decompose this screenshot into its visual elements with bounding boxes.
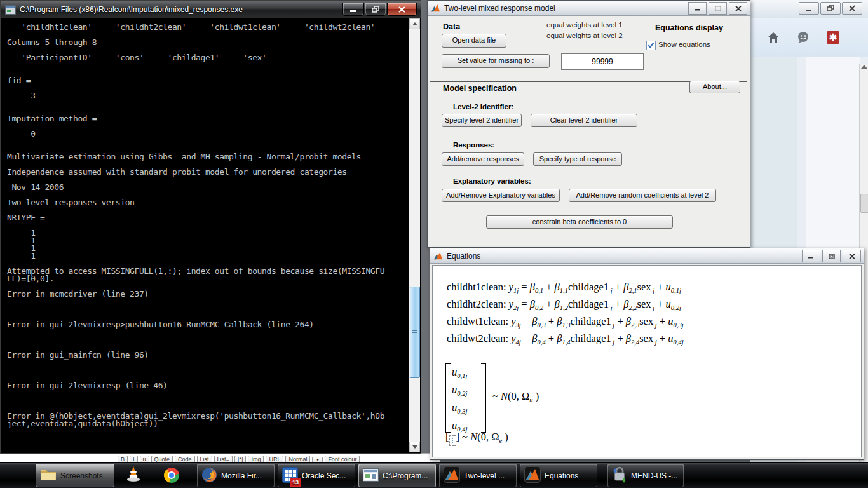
- equation-token: Ω: [522, 390, 529, 402]
- model-dialog-titlebar[interactable]: Two-level mixed response model: [428, 1, 750, 16]
- dialog-maximize-button[interactable]: [709, 2, 727, 15]
- equation-token: ): [502, 431, 508, 443]
- desktop: ✱ BIuQuoteCodeListList=[*]ImgURLNormal▼F…: [0, 0, 868, 488]
- equation-token: y: [511, 332, 515, 344]
- equation-response-label: childwt2clean:: [447, 332, 511, 344]
- add-random-coefficients-button[interactable]: Add/Remove random coefficients at level …: [569, 189, 716, 202]
- equation-token: (0,: [508, 390, 522, 402]
- equation-response-label: childht1clean:: [447, 281, 509, 293]
- equations-display-header: Equations display: [655, 24, 723, 32]
- lastpass-icon[interactable]: ✱: [827, 30, 839, 44]
- missing-value-input[interactable]: 99999: [561, 53, 644, 70]
- taskbar-item-two-level[interactable]: Two-level ...: [439, 464, 517, 487]
- dialog-close-button[interactable]: [729, 2, 747, 15]
- equation-token: sex: [639, 315, 653, 327]
- equation-token: ): [533, 390, 539, 402]
- taskbar-item-label: MEND-US -...: [631, 471, 677, 480]
- matrix-bracket-right: [481, 363, 486, 433]
- scrollbar-thumb[interactable]: [860, 194, 868, 213]
- equation-token: +: [614, 315, 626, 327]
- constrain-beta-button[interactable]: constrain beta coefficients to 0: [486, 215, 673, 229]
- equation-token: β: [530, 298, 535, 310]
- u-vector-entry: u0,1j: [452, 366, 467, 379]
- equation-token: 1,3: [562, 322, 570, 329]
- equation-token: y: [511, 315, 515, 327]
- equations-minimize-button[interactable]: [802, 250, 820, 262]
- equations-close-button[interactable]: [843, 250, 861, 262]
- console-window: C:\Program Files (x86)\Realcom\Imputatio…: [0, 0, 421, 454]
- scroll-up-icon[interactable]: [861, 65, 867, 69]
- set-missing-value-button[interactable]: Set value for missing to :: [442, 54, 550, 68]
- equation-token: =: [519, 298, 530, 310]
- specify-level2-button[interactable]: Specify level-2 identifier: [442, 114, 522, 127]
- browser-close-button[interactable]: [842, 2, 862, 15]
- scrollbar-thumb[interactable]: [410, 287, 420, 378]
- open-data-file-button[interactable]: Open data file: [442, 34, 506, 48]
- equations-restore-button[interactable]: [822, 250, 841, 262]
- equation-token: 2,1: [628, 287, 637, 294]
- home-icon[interactable]: [767, 30, 780, 44]
- equation-token: +: [546, 315, 557, 327]
- taskbar-item-screenshots[interactable]: Screenshots: [36, 464, 114, 487]
- taskbar-item-vlc[interactable]: [122, 464, 147, 486]
- taskbar-item-chrome[interactable]: [160, 464, 186, 486]
- taskbar-item-label: Mozilla Fir...: [221, 471, 262, 480]
- console-restore-button[interactable]: [365, 3, 386, 16]
- add-explanatory-button[interactable]: Add/Remove Explanatory variables: [442, 189, 560, 202]
- equation-token: sex: [637, 281, 651, 293]
- browser-toolbar: ✱: [750, 18, 868, 57]
- about-button[interactable]: About...: [689, 81, 740, 93]
- equation-token: 2,2: [628, 304, 637, 311]
- equation-token: β: [555, 281, 560, 293]
- equations-titlebar[interactable]: Equations: [430, 248, 864, 264]
- add-responses-button[interactable]: Add/remove responses: [442, 152, 524, 166]
- equation-token: +: [657, 332, 668, 344]
- scroll-down-button[interactable]: [409, 442, 420, 452]
- e-vector-collapsed-box: ⋮: [449, 435, 456, 446]
- explanatory-label: Explanatory variables:: [453, 177, 531, 185]
- type-response-button[interactable]: Specify type of response: [533, 152, 622, 166]
- console-close-button[interactable]: [387, 3, 417, 16]
- folder-icon: [40, 468, 57, 484]
- taskbar-item-equations[interactable]: Equations: [520, 464, 597, 487]
- dialog-minimize-button[interactable]: [688, 2, 707, 15]
- equation-token: 2,3: [631, 322, 639, 329]
- equation-token: +: [543, 298, 555, 310]
- browser-restore-button[interactable]: [820, 2, 841, 15]
- responses-label: Responses:: [453, 141, 494, 149]
- scroll-up-button[interactable]: [409, 18, 420, 29]
- equation-response-label: childwt1clean:: [447, 315, 511, 327]
- taskbar-item-mend-us[interactable]: MEND-US -...: [607, 464, 684, 487]
- equation-token: ] ~: [456, 431, 471, 443]
- taskbar-item-label: Screenshots: [60, 471, 103, 480]
- chat-icon[interactable]: [796, 30, 810, 44]
- show-equations-checkbox[interactable]: [646, 41, 656, 50]
- equation-token: +: [543, 281, 555, 293]
- level2-label: Level-2 identifier:: [453, 103, 513, 111]
- equation-token: u: [666, 298, 671, 310]
- console-minimize-button[interactable]: [342, 3, 364, 16]
- equation-token: N: [501, 390, 508, 402]
- console-titlebar[interactable]: C:\Program Files (x86)\Realcom\Imputatio…: [1, 1, 421, 18]
- console-app-icon: [5, 5, 16, 15]
- equation-token: childage1: [571, 315, 611, 327]
- taskbar-item-label: Oracle Sec...: [302, 471, 346, 480]
- matlab-icon: [431, 4, 440, 13]
- equation-token: u: [666, 281, 671, 293]
- taskbar-item-c-program[interactable]: C:\Program...: [358, 464, 436, 487]
- equation-token: 2,4: [631, 339, 639, 346]
- taskbar-item-oracle-sec[interactable]: 13Oracle Sec...: [278, 464, 355, 487]
- equation-token: +: [546, 332, 557, 344]
- browser-titlebar: [750, 0, 868, 18]
- notification-badge: 13: [290, 478, 301, 487]
- console-scrollbar[interactable]: [409, 18, 420, 452]
- equation-token: 0,3j: [457, 408, 467, 415]
- equation-token: childage1: [568, 298, 609, 310]
- model-dialog-title: Two-level mixed response model: [444, 4, 555, 13]
- equation-token: 1,2: [560, 304, 568, 311]
- taskbar-item-mozilla-fir[interactable]: Mozilla Fir...: [197, 464, 275, 487]
- equation-token: =: [521, 315, 532, 327]
- browser-minimize-button[interactable]: [799, 2, 819, 15]
- weights-text-1: equal weights at level 1: [546, 21, 623, 29]
- clear-level2-button[interactable]: Clear level-2 identifier: [531, 114, 637, 127]
